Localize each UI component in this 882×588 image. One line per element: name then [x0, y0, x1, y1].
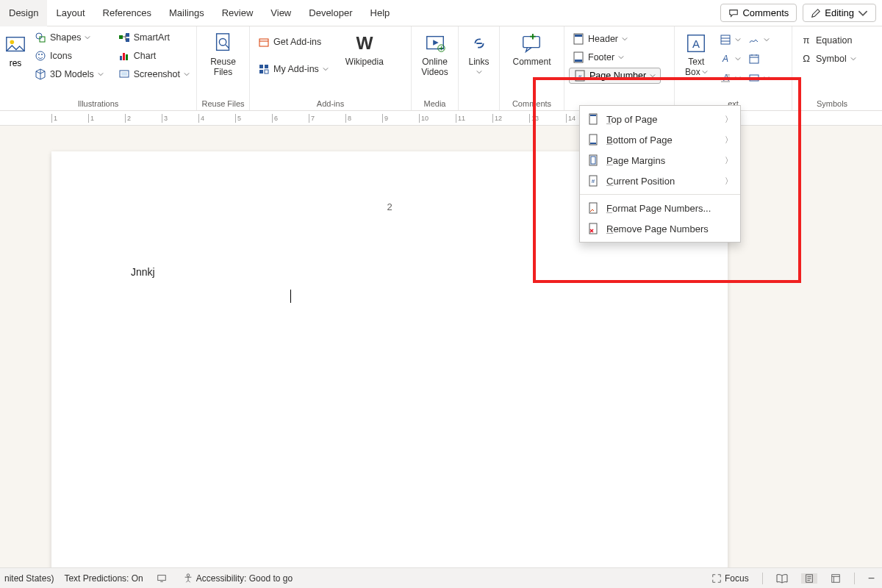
status-language[interactable]: nited States) [4, 573, 54, 584]
equation-button[interactable]: π Equation [797, 32, 860, 49]
symbol-button[interactable]: Ω Symbol [797, 51, 860, 67]
menu-page-margins[interactable]: Page Margins 〉 [580, 150, 740, 171]
wikipedia-icon: W [354, 32, 376, 54]
wordart-button[interactable]: A [718, 51, 742, 66]
ruler[interactable]: 11234567891011121314 [0, 111, 882, 126]
svg-rect-14 [121, 72, 127, 76]
svg-point-1 [10, 40, 15, 44]
menu-current-position[interactable]: # Current Position 〉 [580, 171, 740, 191]
status-display-settings[interactable] [154, 573, 170, 584]
submenu-arrow-icon: 〉 [725, 135, 733, 146]
online-videos-button[interactable]: Online Videos [415, 29, 453, 80]
get-addins-button[interactable]: Get Add-ins [254, 34, 332, 50]
shapes-button[interactable]: Shapes [31, 29, 107, 46]
header-icon [573, 33, 584, 45]
text-box-button[interactable]: A Text Box [679, 29, 714, 80]
screenshot-button[interactable]: Screenshot [115, 66, 193, 82]
document-canvas: 2 Jnnkj [0, 126, 882, 567]
header-button[interactable]: Header [569, 31, 661, 47]
tab-references[interactable]: References [94, 0, 160, 26]
menu-remove-page-numbers[interactable]: Remove Page Numbers [580, 218, 740, 239]
addins-icon [258, 63, 270, 75]
icons-icon [35, 50, 46, 62]
view-print-layout[interactable] [801, 573, 817, 584]
reuse-files-button[interactable]: Reuse Files [204, 29, 242, 80]
submenu-arrow-icon: 〉 [725, 114, 733, 125]
svg-point-16 [219, 38, 226, 45]
links-button[interactable]: Links [462, 29, 496, 78]
signature-icon [748, 34, 760, 46]
new-comment-button[interactable]: Comment [506, 29, 556, 70]
chevron-down-icon [858, 8, 868, 18]
ribbon-tabs: Design Layout References Mailings Review… [0, 0, 882, 26]
status-focus[interactable]: Focus [709, 573, 752, 584]
menu-bottom-of-page[interactable]: Bottom of Page 〉 [580, 129, 740, 150]
status-predictions[interactable]: Text Predictions: On [64, 573, 143, 584]
object-button[interactable] [747, 71, 771, 85]
chevron-down-icon [850, 56, 856, 62]
menu-separator [580, 194, 740, 195]
pictures-label: res [10, 58, 22, 68]
comments-button[interactable]: Comments [720, 4, 797, 22]
tab-view[interactable]: View [262, 0, 300, 26]
chevron-down-icon [184, 71, 190, 77]
footer-button[interactable]: Footer [569, 49, 661, 65]
zoom-out[interactable]: − [865, 572, 878, 585]
page-current-icon: # [587, 175, 599, 187]
tab-mailings[interactable]: Mailings [160, 0, 213, 26]
svg-rect-54 [831, 574, 839, 582]
chart-button[interactable]: Chart [115, 48, 193, 64]
page-number-button[interactable]: # Page Number [569, 68, 661, 84]
page-number-menu: Top of Page 〉 Bottom of Page 〉 Page Marg… [579, 105, 741, 243]
group-label-reuse: Reuse Files [201, 98, 245, 110]
quick-parts-button[interactable] [718, 32, 742, 47]
tab-developer[interactable]: Developer [300, 0, 361, 26]
tab-design[interactable]: Design [0, 0, 47, 26]
smartart-button[interactable]: SmartArt [115, 29, 193, 46]
editing-button[interactable]: Editing [803, 4, 876, 22]
tab-help[interactable]: Help [362, 0, 399, 26]
tab-layout[interactable]: Layout [47, 0, 93, 26]
3d-models-button[interactable]: 3D Models [31, 66, 107, 82]
view-web-layout[interactable] [828, 573, 844, 584]
pencil-icon [811, 8, 821, 18]
icons-button[interactable]: Icons [31, 48, 107, 64]
svg-rect-29 [575, 60, 582, 62]
chevron-down-icon [735, 37, 741, 43]
my-addins-button[interactable]: My Add-ins [254, 61, 332, 77]
editing-label: Editing [825, 7, 854, 18]
equation-icon: π [800, 35, 812, 46]
svg-rect-9 [126, 38, 129, 42]
chart-icon [118, 50, 130, 62]
svg-text:π: π [803, 35, 810, 46]
speech-bubble-icon [728, 8, 739, 18]
tab-review[interactable]: Review [213, 0, 262, 26]
group-comments: Comment Comments [500, 26, 564, 110]
datetime-icon [748, 53, 760, 65]
document-text: Jnnkj [131, 266, 155, 278]
view-read-mode[interactable] [773, 573, 791, 584]
remove-numbers-icon [587, 223, 599, 234]
status-accessibility[interactable]: Accessibility: Good to go [180, 573, 295, 584]
submenu-arrow-icon: 〉 [725, 176, 733, 187]
svg-text:#: # [592, 178, 595, 184]
chevron-down-icon [476, 69, 482, 75]
signature-button[interactable] [747, 32, 771, 47]
submenu-arrow-icon: 〉 [725, 155, 733, 166]
svg-text:Ω: Ω [803, 53, 810, 64]
group-illustrations: res Shapes Icons 3D Models [0, 26, 197, 110]
chevron-down-icon [764, 75, 770, 81]
svg-rect-44 [590, 143, 596, 144]
datetime-button[interactable] [747, 51, 761, 66]
group-addins: Get Add-ins My Add-ins W Wikipedia Add-i… [250, 26, 412, 110]
svg-rect-42 [590, 115, 596, 116]
svg-point-52 [187, 573, 190, 576]
group-label-symbols: Symbols [797, 98, 867, 110]
chevron-down-icon [85, 35, 90, 40]
menu-format-page-numbers[interactable]: Format Page Numbers... [580, 198, 740, 218]
wikipedia-button[interactable]: W Wikipedia [340, 29, 390, 70]
menu-top-of-page[interactable]: Top of Page 〉 [580, 109, 740, 129]
drop-cap-button[interactable]: A [718, 71, 742, 85]
reuse-files-icon [212, 32, 234, 54]
svg-rect-34 [721, 35, 730, 44]
